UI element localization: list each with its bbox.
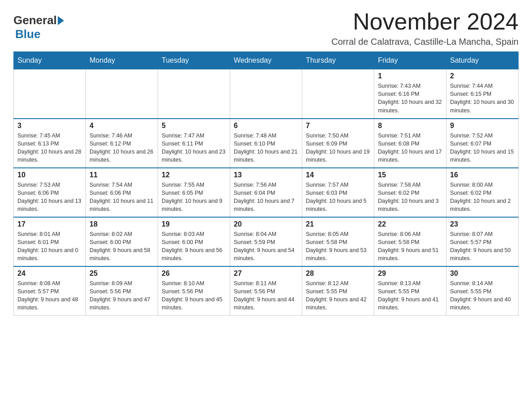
day-number: 15 <box>378 171 442 179</box>
calendar-cell: 14Sunrise: 7:57 AM Sunset: 6:03 PM Dayli… <box>302 168 374 217</box>
day-number: 20 <box>234 220 298 228</box>
day-info: Sunrise: 7:44 AM Sunset: 6:15 PM Dayligh… <box>450 82 515 115</box>
calendar-cell: 11Sunrise: 7:54 AM Sunset: 6:06 PM Dayli… <box>86 168 158 217</box>
calendar-cell: 8Sunrise: 7:51 AM Sunset: 6:08 PM Daylig… <box>374 119 446 168</box>
logo: General Blue <box>13 9 65 41</box>
calendar-week-5: 24Sunrise: 8:08 AM Sunset: 5:57 PM Dayli… <box>14 266 519 316</box>
calendar-cell: 23Sunrise: 8:07 AM Sunset: 5:57 PM Dayli… <box>446 217 519 266</box>
calendar-cell: 15Sunrise: 7:58 AM Sunset: 6:02 PM Dayli… <box>374 168 446 217</box>
day-number: 26 <box>162 270 226 278</box>
day-number: 13 <box>234 171 298 179</box>
day-number: 4 <box>90 122 154 130</box>
logo-arrow-icon <box>58 16 64 25</box>
day-number: 6 <box>234 122 298 130</box>
calendar-cell: 30Sunrise: 8:14 AM Sunset: 5:55 PM Dayli… <box>446 266 519 316</box>
day-info: Sunrise: 7:48 AM Sunset: 6:10 PM Dayligh… <box>234 132 298 164</box>
calendar-cell <box>14 69 86 119</box>
header-sunday: Sunday <box>14 52 86 69</box>
day-info: Sunrise: 8:12 AM Sunset: 5:55 PM Dayligh… <box>306 279 370 312</box>
day-number: 28 <box>306 270 370 278</box>
day-number: 1 <box>378 72 442 80</box>
day-info: Sunrise: 7:45 AM Sunset: 6:13 PM Dayligh… <box>17 132 82 164</box>
calendar-cell: 29Sunrise: 8:13 AM Sunset: 5:55 PM Dayli… <box>374 266 446 316</box>
day-info: Sunrise: 7:43 AM Sunset: 6:16 PM Dayligh… <box>378 82 442 115</box>
header-tuesday: Tuesday <box>158 52 230 69</box>
day-info: Sunrise: 7:54 AM Sunset: 6:06 PM Dayligh… <box>90 181 154 214</box>
day-info: Sunrise: 7:50 AM Sunset: 6:09 PM Dayligh… <box>306 132 370 164</box>
day-info: Sunrise: 8:08 AM Sunset: 5:57 PM Dayligh… <box>17 279 82 312</box>
day-number: 10 <box>17 171 82 179</box>
calendar-cell: 25Sunrise: 8:09 AM Sunset: 5:56 PM Dayli… <box>86 266 158 316</box>
calendar-cell: 26Sunrise: 8:10 AM Sunset: 5:56 PM Dayli… <box>158 266 230 316</box>
calendar-cell: 1Sunrise: 7:43 AM Sunset: 6:16 PM Daylig… <box>374 69 446 119</box>
day-info: Sunrise: 7:55 AM Sunset: 6:05 PM Dayligh… <box>162 181 226 214</box>
calendar-week-4: 17Sunrise: 8:01 AM Sunset: 6:01 PM Dayli… <box>14 217 519 266</box>
logo-blue-text: Blue <box>15 27 40 41</box>
calendar-cell <box>302 69 374 119</box>
day-number: 9 <box>450 122 515 130</box>
day-info: Sunrise: 8:06 AM Sunset: 5:58 PM Dayligh… <box>378 230 442 263</box>
page-header: General Blue November 2024 Corral de Cal… <box>13 9 519 47</box>
calendar-cell <box>86 69 158 119</box>
month-title: November 2024 <box>331 9 519 34</box>
day-number: 22 <box>378 220 442 228</box>
day-number: 3 <box>17 122 82 130</box>
day-info: Sunrise: 7:51 AM Sunset: 6:08 PM Dayligh… <box>378 132 442 164</box>
calendar-table: SundayMondayTuesdayWednesdayThursdayFrid… <box>13 51 519 316</box>
day-info: Sunrise: 7:53 AM Sunset: 6:06 PM Dayligh… <box>17 181 82 214</box>
day-info: Sunrise: 8:05 AM Sunset: 5:58 PM Dayligh… <box>306 230 370 263</box>
calendar-cell: 3Sunrise: 7:45 AM Sunset: 6:13 PM Daylig… <box>14 119 86 168</box>
day-info: Sunrise: 8:13 AM Sunset: 5:55 PM Dayligh… <box>378 279 442 312</box>
day-number: 19 <box>162 220 226 228</box>
header-friday: Friday <box>374 52 446 69</box>
day-info: Sunrise: 7:57 AM Sunset: 6:03 PM Dayligh… <box>306 181 370 214</box>
day-info: Sunrise: 8:09 AM Sunset: 5:56 PM Dayligh… <box>90 279 154 312</box>
calendar-cell: 18Sunrise: 8:02 AM Sunset: 6:00 PM Dayli… <box>86 217 158 266</box>
day-number: 5 <box>162 122 226 130</box>
calendar-cell: 6Sunrise: 7:48 AM Sunset: 6:10 PM Daylig… <box>230 119 302 168</box>
day-number: 24 <box>17 270 82 278</box>
day-info: Sunrise: 7:58 AM Sunset: 6:02 PM Dayligh… <box>378 181 442 214</box>
calendar-cell: 2Sunrise: 7:44 AM Sunset: 6:15 PM Daylig… <box>446 69 519 119</box>
day-info: Sunrise: 8:02 AM Sunset: 6:00 PM Dayligh… <box>90 230 154 263</box>
day-number: 23 <box>450 220 515 228</box>
calendar-cell: 17Sunrise: 8:01 AM Sunset: 6:01 PM Dayli… <box>14 217 86 266</box>
day-number: 29 <box>378 270 442 278</box>
calendar-cell <box>158 69 230 119</box>
calendar-cell: 5Sunrise: 7:47 AM Sunset: 6:11 PM Daylig… <box>158 119 230 168</box>
day-number: 17 <box>17 220 82 228</box>
calendar-cell: 27Sunrise: 8:11 AM Sunset: 5:56 PM Dayli… <box>230 266 302 316</box>
calendar-cell: 10Sunrise: 7:53 AM Sunset: 6:06 PM Dayli… <box>14 168 86 217</box>
logo-general-text: General <box>13 13 57 27</box>
day-number: 2 <box>450 72 515 80</box>
day-info: Sunrise: 8:00 AM Sunset: 6:02 PM Dayligh… <box>450 181 515 214</box>
calendar-cell: 20Sunrise: 8:04 AM Sunset: 5:59 PM Dayli… <box>230 217 302 266</box>
day-number: 12 <box>162 171 226 179</box>
calendar-cell <box>230 69 302 119</box>
day-info: Sunrise: 8:01 AM Sunset: 6:01 PM Dayligh… <box>17 230 82 263</box>
calendar-cell: 16Sunrise: 8:00 AM Sunset: 6:02 PM Dayli… <box>446 168 519 217</box>
day-number: 11 <box>90 171 154 179</box>
calendar-cell: 12Sunrise: 7:55 AM Sunset: 6:05 PM Dayli… <box>158 168 230 217</box>
location-title: Corral de Calatrava, Castille-La Mancha,… <box>331 37 519 47</box>
calendar-cell: 7Sunrise: 7:50 AM Sunset: 6:09 PM Daylig… <box>302 119 374 168</box>
day-info: Sunrise: 7:47 AM Sunset: 6:11 PM Dayligh… <box>162 132 226 164</box>
calendar-cell: 21Sunrise: 8:05 AM Sunset: 5:58 PM Dayli… <box>302 217 374 266</box>
day-number: 21 <box>306 220 370 228</box>
day-number: 25 <box>90 270 154 278</box>
calendar-cell: 28Sunrise: 8:12 AM Sunset: 5:55 PM Dayli… <box>302 266 374 316</box>
day-info: Sunrise: 8:04 AM Sunset: 5:59 PM Dayligh… <box>234 230 298 263</box>
title-section: November 2024 Corral de Calatrava, Casti… <box>331 9 519 47</box>
day-info: Sunrise: 8:10 AM Sunset: 5:56 PM Dayligh… <box>162 279 226 312</box>
calendar-cell: 9Sunrise: 7:52 AM Sunset: 6:07 PM Daylig… <box>446 119 519 168</box>
header-thursday: Thursday <box>302 52 374 69</box>
calendar-week-3: 10Sunrise: 7:53 AM Sunset: 6:06 PM Dayli… <box>14 168 519 217</box>
calendar-cell: 22Sunrise: 8:06 AM Sunset: 5:58 PM Dayli… <box>374 217 446 266</box>
day-info: Sunrise: 7:52 AM Sunset: 6:07 PM Dayligh… <box>450 132 515 164</box>
calendar-week-2: 3Sunrise: 7:45 AM Sunset: 6:13 PM Daylig… <box>14 119 519 168</box>
day-number: 27 <box>234 270 298 278</box>
calendar-cell: 13Sunrise: 7:56 AM Sunset: 6:04 PM Dayli… <box>230 168 302 217</box>
day-info: Sunrise: 8:07 AM Sunset: 5:57 PM Dayligh… <box>450 230 515 263</box>
calendar-cell: 4Sunrise: 7:46 AM Sunset: 6:12 PM Daylig… <box>86 119 158 168</box>
calendar-cell: 19Sunrise: 8:03 AM Sunset: 6:00 PM Dayli… <box>158 217 230 266</box>
